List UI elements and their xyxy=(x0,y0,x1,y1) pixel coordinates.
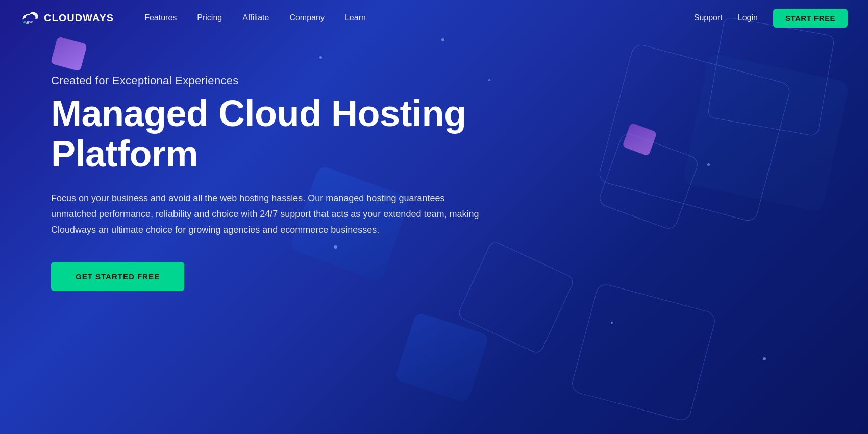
nav-company[interactable]: Company xyxy=(289,13,324,22)
hero-section: CLOUDWAYS Features Pricing Affiliate Com… xyxy=(0,0,868,434)
logo[interactable]: CLOUDWAYS xyxy=(20,9,114,27)
nav-support[interactable]: Support xyxy=(694,13,723,22)
hex-purple-top xyxy=(51,36,87,71)
dot-7 xyxy=(763,357,766,360)
nav-affiliate[interactable]: Affiliate xyxy=(242,13,269,22)
hex-dark-right xyxy=(682,53,850,213)
dot-6 xyxy=(611,322,613,324)
hero-subtitle: Created for Exceptional Experiences xyxy=(51,74,490,87)
hero-title: Managed Cloud Hosting Platform xyxy=(51,93,490,174)
start-free-button[interactable]: START FREE xyxy=(773,9,848,28)
nav-features[interactable]: Features xyxy=(144,13,177,22)
hero-title-line1: Managed Cloud Hosting xyxy=(51,93,466,134)
hero-description: Focus on your business and avoid all the… xyxy=(51,190,490,237)
nav-login[interactable]: Login xyxy=(738,13,758,22)
hero-content: Created for Exceptional Experiences Mana… xyxy=(51,74,490,291)
nav-right: Support Login START FREE xyxy=(694,9,848,28)
logo-icon xyxy=(20,9,39,27)
navbar: CLOUDWAYS Features Pricing Affiliate Com… xyxy=(0,0,868,36)
hero-title-line2: Platform xyxy=(51,133,198,174)
hex-outline-3 xyxy=(597,131,700,231)
get-started-button[interactable]: GET STARTED FREE xyxy=(51,262,184,291)
nav-links: Features Pricing Affiliate Company Learn xyxy=(144,13,694,22)
dot-5 xyxy=(707,163,710,166)
hex-purple-right xyxy=(622,123,657,156)
dot-2 xyxy=(319,56,322,59)
dot-1 xyxy=(441,38,444,41)
hex-blue-bottom xyxy=(394,311,489,403)
nav-pricing[interactable]: Pricing xyxy=(197,13,222,22)
nav-learn[interactable]: Learn xyxy=(345,13,366,22)
hex-outline-1 xyxy=(597,42,792,223)
logo-text: CLOUDWAYS xyxy=(44,12,114,24)
hex-outline-5 xyxy=(570,282,717,423)
